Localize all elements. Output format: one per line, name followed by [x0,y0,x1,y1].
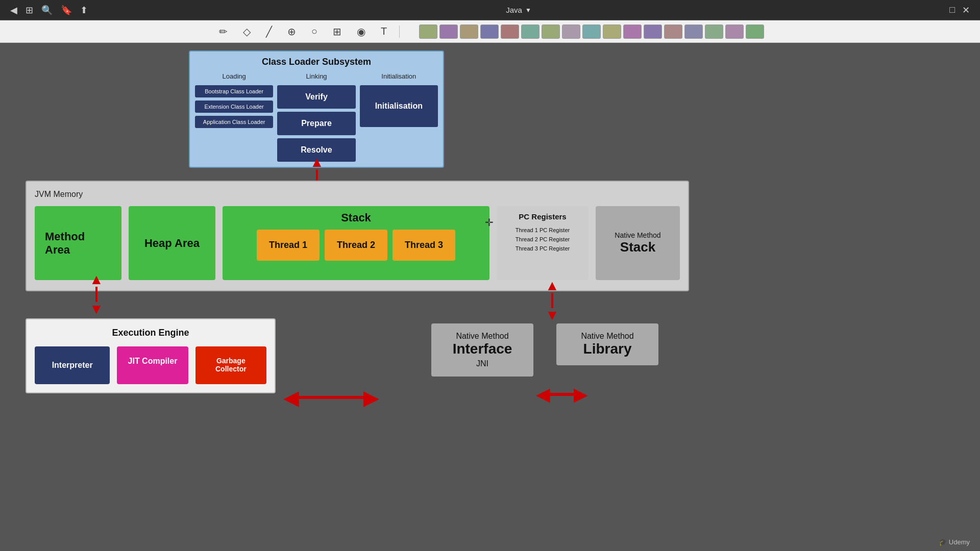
thumb-17[interactable] [746,24,764,39]
nmi-title-lg: Interface [439,341,525,357]
pc-item-2: Thread 2 PC Register [503,236,582,242]
thread-2-cell: Thread 2 [325,230,387,261]
heap-area-cell: Heap Area [129,206,215,280]
pc-title: PC Registers [503,212,582,221]
camera-icon[interactable]: ◉ [354,23,369,40]
thread-1-cell: Thread 1 [257,230,320,261]
garbage-collector-cell: Garbage Collector [195,346,266,384]
gc-line1: Garbage [202,357,260,365]
pc-item-3: Thread 3 PC Register [503,245,582,252]
thread-3-cell: Thread 3 [393,230,455,261]
initialisation-column: Initialisation Initialisation [360,72,438,162]
native-method-interface-box: Native Method Interface JNI [431,323,533,377]
prepare-item: Prepare [277,112,355,135]
grid-icon[interactable]: ⊞ [330,23,345,40]
thumb-1[interactable] [419,24,437,39]
jvm-memory-box: JVM Memory Method Area Heap Area Stack T… [26,181,689,291]
ee-to-jvm-arrow: ▲ ▼ [89,272,104,316]
extension-loader: Extension Class Loader [195,101,273,113]
jvm-memory-content: Method Area Heap Area Stack Thread 1 Thr… [35,206,680,280]
method-area-cell: Method Area [35,206,121,280]
execution-engine-box: Execution Engine Interpreter JIT Compile… [26,318,276,393]
interpreter-cell: Interpreter [35,346,110,384]
stack-threads: Thread 1 Thread 2 Thread 3 [228,230,484,261]
browser-right-icons[interactable]: □ ✕ [949,5,970,16]
nav-icons[interactable]: ◀ ⊞ 🔍 🔖 ⬆ [10,5,88,16]
initialisation-header: Initialisation [360,72,438,80]
dropdown-icon[interactable]: ▼ [525,7,531,14]
pc-item-1: Thread 1 PC Register [503,227,582,233]
toolbar: ✏ ◇ ╱ ⊕ ○ ⊞ ◉ T [0,20,980,43]
shape-icon[interactable]: ⊕ [284,23,299,40]
line-icon[interactable]: ╱ [263,23,275,40]
circle-icon[interactable]: ○ [308,23,321,39]
back-button[interactable]: ◀ [10,5,17,16]
search-button[interactable]: 🔍 [41,5,53,16]
nml-title-lg: Library [565,341,650,357]
thumb-14[interactable] [684,24,703,39]
pencil-icon[interactable]: ✏ [216,23,231,40]
thumb-12[interactable] [644,24,662,39]
native-stack-title-sm: Native Method [615,231,660,239]
thumb-15[interactable] [705,24,723,39]
thumb-11[interactable] [623,24,642,39]
ee-nmi-arrow: ◀ ▶ [283,386,379,409]
ee-content: Interpreter JIT Compiler Garbage Collect… [35,346,266,384]
thumb-16[interactable] [725,24,744,39]
class-loader-title: Class Loader Subsystem [195,57,438,67]
bookmark-button[interactable]: 🔖 [61,5,72,16]
text-icon[interactable]: T [378,23,390,39]
fullscreen-button[interactable]: □ [949,5,955,16]
thumb-9[interactable] [582,24,601,39]
thumb-7[interactable] [542,24,560,39]
title-text: Java [506,6,522,14]
separator [399,26,400,38]
thumbnail-strip [419,24,764,39]
sidebar-button[interactable]: ⊞ [26,5,33,16]
gc-line2: Collector [202,365,260,373]
nmi-jni: JNI [439,359,525,368]
udemy-text: 🎓 Udemy [939,538,970,546]
thumb-2[interactable] [439,24,458,39]
initialisation-item: Initialisation [360,85,438,127]
class-loader-box: Class Loader Subsystem Loading Bootstrap… [189,51,444,168]
thumb-10[interactable] [603,24,621,39]
udemy-logo: 🎓 Udemy [939,538,970,546]
linking-header: Linking [277,72,355,80]
application-loader: Application Class Loader [195,116,273,128]
thumb-4[interactable] [480,24,499,39]
nmi-title-sm: Native Method [439,332,525,341]
stack-title: Stack [228,211,484,224]
canvas-area: Class Loader Subsystem Loading Bootstrap… [0,43,980,551]
thumb-5[interactable] [501,24,519,39]
native-stack-title-lg: Stack [620,239,655,255]
browser-chrome: ◀ ⊞ 🔍 🔖 ⬆ Java ▼ □ ✕ [0,0,980,20]
native-method-stack-box: Native Method Stack [596,206,680,280]
jvm-memory-title: JVM Memory [35,190,680,199]
nmi-nml-arrow: ◀ ▶ [536,384,588,405]
thumb-6[interactable] [521,24,540,39]
eraser-icon[interactable]: ◇ [240,23,254,40]
native-method-library-box: Native Method Library [556,323,658,365]
loading-column: Loading Bootstrap Class Loader Extension… [195,72,273,162]
thumb-13[interactable] [664,24,682,39]
nmstack-to-nmi-arrow: ▲ ▼ [545,279,559,322]
jit-compiler-cell: JIT Compiler [117,346,188,384]
share-button[interactable]: ⬆ [80,5,88,16]
thumb-3[interactable] [460,24,478,39]
jit-title: JIT Compiler [123,357,182,366]
linking-column: Linking Verify Prepare Resolve [277,72,355,162]
stack-box: Stack Thread 1 Thread 2 Thread 3 [223,206,489,280]
class-loader-columns: Loading Bootstrap Class Loader Extension… [195,72,438,162]
pc-registers-box: PC Registers Thread 1 PC Register Thread… [497,206,589,280]
loading-header: Loading [195,72,273,80]
bootstrap-loader: Bootstrap Class Loader [195,85,273,97]
ee-title: Execution Engine [35,328,266,338]
verify-item: Verify [277,85,355,109]
browser-title: Java ▼ [98,6,939,14]
thumb-8[interactable] [562,24,580,39]
nml-title-sm: Native Method [565,332,650,341]
close-button[interactable]: ✕ [962,5,970,16]
